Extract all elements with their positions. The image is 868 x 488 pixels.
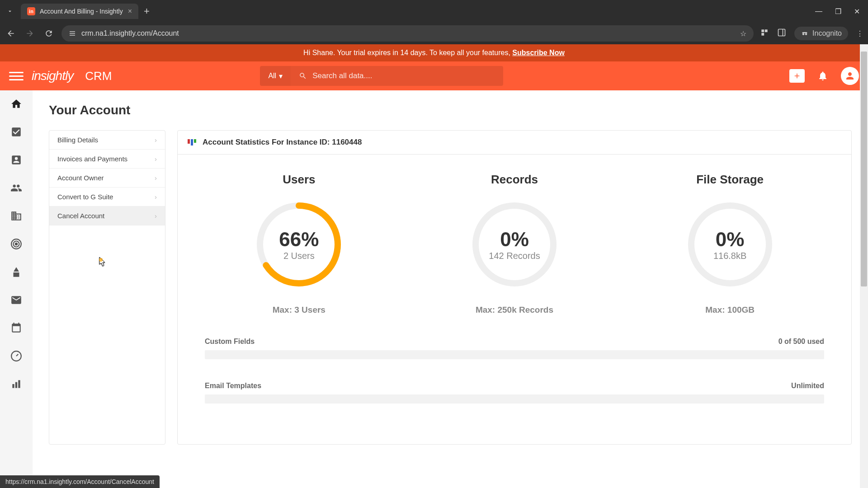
sidebar-item-invoices[interactable]: Invoices and Payments› (49, 150, 165, 169)
nav-tasks-icon[interactable] (9, 125, 24, 139)
nav-contacts-icon[interactable] (9, 153, 24, 167)
scrollbar[interactable] (860, 44, 868, 488)
sidebar-item-convert-gsuite[interactable]: Convert to G Suite› (49, 188, 165, 206)
incognito-badge[interactable]: Incognito (794, 27, 848, 40)
stats-panel: Account Statistics For Instance ID: 1160… (177, 130, 852, 445)
banner-text: Hi Shane. Your trial expires in 14 days.… (303, 49, 512, 56)
nav-home-icon[interactable] (9, 97, 24, 111)
logo[interactable]: insightly (32, 69, 73, 83)
page-title: Your Account (49, 103, 852, 117)
chevron-right-icon: › (155, 155, 157, 163)
sidebar-item-billing-details[interactable]: Billing Details› (49, 131, 165, 150)
close-tab-icon[interactable]: × (128, 7, 132, 15)
svg-point-5 (802, 33, 805, 35)
hamburger-icon[interactable] (9, 72, 24, 80)
svg-rect-13 (18, 380, 20, 388)
nav-dashboard-icon[interactable] (9, 349, 24, 363)
sidebar-item-account-owner[interactable]: Account Owner› (49, 169, 165, 188)
search-placeholder: Search all data.... (312, 71, 372, 80)
extensions-icon[interactable] (760, 28, 769, 39)
sidebar-item-cancel-account[interactable]: Cancel Account› (49, 206, 165, 225)
bookmark-icon[interactable]: ☆ (740, 29, 746, 38)
trial-banner: Hi Shane. Your trial expires in 14 days.… (0, 44, 868, 61)
svg-point-6 (805, 33, 807, 35)
nav-people-icon[interactable] (9, 181, 24, 195)
left-nav (0, 90, 33, 487)
forward-button[interactable] (24, 27, 36, 40)
svg-point-9 (15, 243, 17, 245)
panel-icon[interactable] (777, 28, 786, 39)
browser-toolbar: crm.na1.insightly.com/Account ☆ Incognit… (0, 23, 868, 44)
account-sidebar: Billing Details› Invoices and Payments› … (49, 130, 165, 445)
chevron-down-icon: ▾ (279, 72, 283, 80)
svg-rect-12 (15, 382, 17, 388)
favicon: in (27, 7, 35, 15)
add-button[interactable] (789, 69, 805, 83)
nav-orgs-icon[interactable] (9, 209, 24, 223)
stat-users: Users 66%2 Users Max: 3 Users (254, 173, 344, 315)
svg-rect-0 (761, 29, 764, 32)
browser-tab[interactable]: in Account And Billing - Insightly × (21, 4, 138, 19)
incognito-icon (801, 29, 809, 38)
notifications-icon[interactable] (815, 68, 831, 84)
subscribe-link[interactable]: Subscribe Now (512, 49, 565, 56)
bar-custom-fields: Custom Fields0 of 500 used (205, 338, 824, 359)
back-button[interactable] (5, 27, 17, 40)
status-bar: https://crm.na1.insightly.com/Account/Ca… (0, 475, 160, 488)
bar-email-templates: Email TemplatesUnlimited (205, 382, 824, 404)
nav-projects-icon[interactable] (9, 265, 24, 279)
chevron-right-icon: › (155, 193, 157, 201)
svg-rect-3 (778, 29, 785, 36)
app-header: insightly CRM All ▾ Search all data.... (0, 61, 868, 90)
url-field[interactable]: crm.na1.insightly.com/Account ☆ (61, 25, 754, 42)
url-text: crm.na1.insightly.com/Account (81, 29, 179, 38)
svg-rect-1 (765, 29, 768, 32)
reload-button[interactable] (42, 27, 55, 40)
nav-target-icon[interactable] (9, 237, 24, 251)
app-label: CRM (85, 69, 112, 83)
tab-search-button[interactable] (4, 5, 16, 18)
chevron-right-icon: › (155, 136, 157, 144)
search-input[interactable]: Search all data.... (291, 66, 503, 86)
new-tab-button[interactable]: + (138, 5, 155, 17)
close-window-icon[interactable]: ✕ (854, 7, 860, 16)
nav-reports-icon[interactable] (9, 377, 24, 391)
search-icon (299, 72, 307, 80)
tab-title: Account And Billing - Insightly (40, 8, 123, 15)
svg-rect-2 (761, 33, 764, 36)
nav-calendar-icon[interactable] (9, 321, 24, 335)
maximize-icon[interactable]: ❐ (835, 7, 841, 16)
stat-storage: File Storage 0%116.8kB Max: 100GB (685, 173, 775, 315)
site-settings-icon[interactable] (69, 30, 76, 37)
menu-icon[interactable]: ⋮ (856, 29, 863, 38)
panel-title: Account Statistics For Instance ID: 1160… (203, 138, 362, 147)
svg-rect-11 (12, 384, 14, 388)
chart-icon (188, 139, 197, 145)
avatar[interactable] (841, 67, 859, 85)
chevron-right-icon: › (155, 212, 157, 220)
browser-tab-bar: in Account And Billing - Insightly × + —… (0, 0, 868, 23)
minimize-icon[interactable]: — (815, 7, 822, 16)
nav-email-icon[interactable] (9, 293, 24, 307)
stat-records: Records 0%142 Records Max: 250k Records (469, 173, 560, 315)
chevron-right-icon: › (155, 174, 157, 182)
search-filter[interactable]: All ▾ (260, 66, 291, 86)
